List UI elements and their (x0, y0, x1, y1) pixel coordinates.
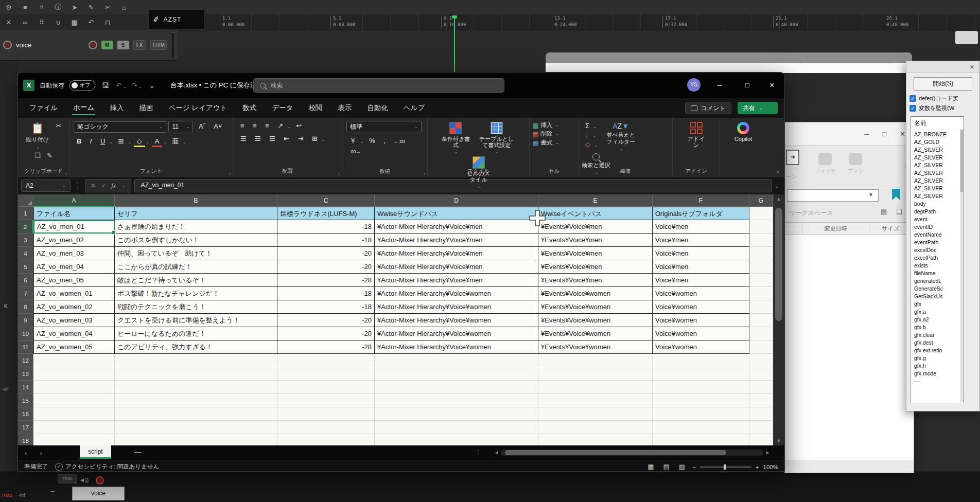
variable-item[interactable]: fileName (911, 269, 964, 277)
cell[interactable]: ¥Actor-Mixer Hierarchy¥Voice¥men (375, 247, 538, 260)
variable-item[interactable]: gfx.h (911, 362, 964, 369)
ribbon-tab-10[interactable]: ヘルプ (402, 101, 426, 115)
cell[interactable] (749, 234, 773, 247)
variable-item[interactable]: excelPath (911, 254, 964, 261)
cell[interactable] (749, 434, 773, 445)
ribbon-tab-6[interactable]: データ (271, 101, 294, 115)
cell[interactable] (375, 354, 538, 367)
conditional-formatting-button[interactable]: 条件付き書式⌄ (439, 121, 472, 155)
currency-icon[interactable]: ￥ (346, 136, 359, 146)
redo-icon[interactable]: ↷⌄ (131, 81, 142, 89)
variable-item[interactable]: GenerateSc (911, 284, 964, 292)
tool-brush[interactable]: ブラシ (848, 153, 864, 174)
collapse-ribbon-icon[interactable]: ⌄ (776, 168, 780, 174)
column-header-D[interactable]: D (375, 194, 538, 207)
addins-button[interactable]: アドイン (682, 121, 710, 149)
cell[interactable] (115, 367, 277, 381)
percent-icon[interactable]: % (366, 136, 378, 145)
clipboard-dialog-launcher[interactable]: ⌟ (65, 170, 67, 175)
cell[interactable]: Voice¥men (653, 260, 749, 274)
blocks-icon[interactable]: ⠿ (37, 19, 46, 26)
font-color-icon[interactable]: A (152, 137, 163, 147)
variables-scrollbar[interactable] (960, 129, 964, 402)
decrease-indent-icon[interactable]: ⇤ (281, 134, 292, 143)
format-cells-button[interactable]: ▦ 書式⌄ (530, 138, 579, 147)
copilot-button[interactable]: Copilot (732, 121, 755, 143)
column-header-E[interactable]: E (538, 194, 653, 207)
track-name[interactable]: voice (16, 41, 31, 49)
cell[interactable] (538, 367, 653, 381)
daw-scroll-thumb[interactable] (955, 31, 978, 44)
cell[interactable]: ¥Events¥Voice¥women (538, 300, 653, 314)
cell[interactable]: Voice¥men (653, 274, 749, 287)
cell[interactable] (653, 354, 749, 367)
cell[interactable]: Voice¥men (653, 234, 749, 247)
cell[interactable]: ¥Actor-Mixer Hierarchy¥Voice¥women (375, 300, 538, 314)
delete-cells-button[interactable]: ▦ 削除⌄ (530, 130, 579, 138)
cell[interactable]: ボス撃破！新たなチャレンジだ！ (115, 287, 277, 300)
grid-icon[interactable]: ⌗ (37, 3, 46, 11)
bottom-trim-chip[interactable]: TRIM (58, 474, 77, 483)
grid2-icon[interactable]: ▦ (70, 19, 79, 26)
ribbon-tab-3[interactable]: 描画 (138, 101, 154, 115)
header-cell[interactable]: セリフ (115, 207, 277, 220)
fx-button[interactable]: FX (133, 40, 146, 50)
align-right-icon[interactable]: ☰ (266, 134, 278, 143)
cell[interactable]: AZ_vo_men_02 (33, 234, 115, 247)
align-middle-icon[interactable]: ≡ (250, 121, 260, 130)
cell[interactable] (653, 407, 749, 421)
cell[interactable] (277, 354, 375, 367)
cell[interactable] (33, 407, 115, 421)
fill-button[interactable]: ↓⌄ (582, 130, 598, 139)
cell[interactable]: -18 (277, 220, 375, 234)
increase-font-icon[interactable]: Aˆ (196, 122, 208, 131)
cell[interactable]: AZ_vo_women_02 (33, 300, 115, 314)
cell[interactable]: ¥Actor-Mixer Hierarchy¥Voice¥women (375, 327, 538, 340)
cell[interactable] (749, 300, 773, 314)
undo-icon[interactable]: ↶⌄ (116, 81, 126, 89)
cell[interactable] (749, 274, 773, 287)
cell[interactable]: -28 (277, 274, 375, 287)
cell[interactable] (538, 381, 653, 394)
zoom-slider[interactable] (700, 467, 751, 468)
variable-item[interactable]: AZ_SILVER (911, 161, 964, 169)
cell[interactable]: -18 (277, 300, 375, 314)
row-header-18[interactable]: 18 (18, 434, 33, 445)
browser-file-list[interactable] (785, 235, 914, 460)
row-header-13[interactable]: 13 (18, 367, 33, 381)
column-modified[interactable]: 変更日時 (802, 223, 869, 234)
variable-item[interactable]: body (911, 200, 964, 207)
align-left-icon[interactable]: ☰ (237, 134, 250, 143)
row-header-7[interactable]: 7 (18, 287, 33, 300)
align-bottom-icon[interactable]: ≡ (262, 121, 272, 130)
fill-handle[interactable] (112, 230, 116, 235)
avatar[interactable]: YS (687, 78, 701, 92)
cell[interactable] (653, 367, 749, 381)
cell[interactable] (115, 394, 277, 407)
cell[interactable]: -20 (277, 260, 375, 274)
phonetic-icon[interactable]: 亜 (169, 136, 182, 147)
cell[interactable] (277, 421, 375, 434)
bold-button[interactable]: B (74, 137, 84, 146)
increase-decimal-icon[interactable]: ←.00 (391, 138, 408, 145)
scroll-left-icon[interactable]: ◄ (494, 450, 499, 455)
ribbon-tab-4[interactable]: ページ レイアウト (167, 101, 228, 115)
zoom-in-icon[interactable]: + (756, 464, 759, 470)
zoom-level[interactable]: 100% (763, 464, 778, 470)
variable-item[interactable]: gfx.a2 (911, 315, 964, 323)
cell[interactable] (749, 314, 773, 327)
align-center-icon[interactable]: ☰ (252, 134, 264, 143)
row-header-3[interactable]: 3 (18, 234, 33, 247)
ribbon-tab-5[interactable]: 数式 (241, 101, 257, 115)
comma-icon[interactable]: , (380, 136, 389, 145)
cell[interactable] (115, 381, 277, 394)
cell[interactable] (749, 287, 773, 300)
cell[interactable]: ¥Actor-Mixer Hierarchy¥Voice¥men (375, 234, 538, 247)
share-button[interactable]: 共有⌄ (738, 102, 778, 114)
cell[interactable]: ¥Events¥Voice¥men (538, 220, 653, 234)
cell[interactable]: 敵はどこだ？待っているぞ！ (115, 274, 277, 287)
page-layout-view-icon[interactable]: ▤ (663, 463, 670, 471)
cell[interactable] (375, 367, 538, 381)
font-size-combo[interactable]: 11⌄ (168, 121, 193, 132)
scroll-up-icon[interactable]: ▲ (774, 196, 784, 202)
